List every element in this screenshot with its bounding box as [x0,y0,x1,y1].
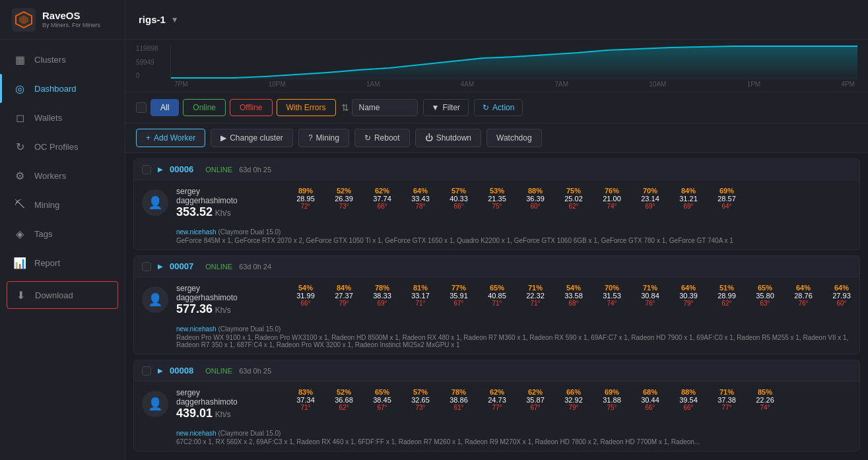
sort-select[interactable]: Name Hashrate Status Uptime [352,99,418,116]
gpu-val: 28.95 [290,195,321,203]
worker-footer: new.nicehash (Claymore Dual 15.0) GeForc… [134,226,859,249]
sidebar-item-dashboard[interactable]: ◎ Dashboard [0,74,125,103]
gpu-temp: 79° [558,404,589,411]
gpu-val: 31.99 [290,292,321,300]
gpu-temp: 79° [328,300,360,307]
sidebar-item-tags[interactable]: ◈ Tags [0,219,125,248]
gpu-temp: 71° [405,300,436,307]
gpu-temp: 73° [328,203,360,210]
hashrate-chart [171,45,857,79]
gpu-pct: 83% [290,388,321,396]
sidebar-item-oc-profiles[interactable]: ↻ OC Profiles [0,132,125,161]
gpu-stat: 51% 28.99 62° [711,284,743,307]
worker-gpus: GeForce 845M x 1, GeForce RTX 2070 x 2, … [176,237,851,244]
worker-pool[interactable]: new.nicehash [176,228,217,236]
gpu-temp: 67° [443,300,475,307]
gpu-stat: 84% 31.21 69° [673,187,704,210]
gpu-stat: 69% 31.88 75° [596,388,628,411]
gpu-stat: 76% 21.00 74° [596,187,628,210]
sidebar-item-mining[interactable]: ⛏ Mining [0,190,125,219]
sidebar-item-workers[interactable]: ⚙ Workers [0,161,125,190]
sidebar-item-clusters[interactable]: ▦ Clusters [0,45,125,74]
reboot-btn[interactable]: ↻ Reboot [354,129,410,147]
gpu-val: 31.88 [596,396,628,404]
gpu-temp: 71° [519,300,551,307]
action-btn[interactable]: ↻ Action [474,99,523,116]
worker-expand-icon[interactable]: ▶ [158,367,163,374]
gpu-temp: 63° [749,300,781,307]
filter-label: Filter [442,103,460,112]
sidebar-item-report[interactable]: 📊 Report [0,248,125,277]
gpu-pct: 88% [673,388,704,396]
gpu-stat: 54% 33.58 68° [558,284,589,307]
watchdog-btn[interactable]: Watchdog [486,129,542,147]
worker-algo: daggerhashimoto [176,196,282,205]
gpu-stats: 83% 37.34 71° 52% 36.68 62° 65% 38.45 67… [290,388,851,411]
filter-online-btn[interactable]: Online [183,99,226,116]
logo-text: RaveOS By Miners. For Miners [42,10,100,29]
gpu-stats: 54% 31.99 66° 84% 27.37 79° 78% 38.33 69… [290,284,851,307]
gpu-stats: 89% 28.95 72° 52% 26.39 73° 62% 37.74 66… [290,187,851,210]
worker-unit: Kh/s [215,306,231,315]
worker-checkbox[interactable] [142,165,151,174]
worker-checkbox[interactable] [142,262,151,271]
filter-all-btn[interactable]: All [150,99,179,116]
gpu-stat: 88% 39.54 66° [673,388,704,411]
worker-card: ▶ 00007 ONLINE 63d 0h 24 👤 sergey dagger… [133,255,860,354]
worker-id[interactable]: 00007 [170,261,193,271]
gpu-temp: 67° [366,404,398,411]
change-cluster-btn[interactable]: ▶ Change cluster [211,129,293,147]
worker-checkbox[interactable] [142,366,151,376]
change-cluster-icon: ▶ [220,133,226,143]
gpu-temp: 71° [290,404,321,411]
gpu-temp: 78° [405,203,436,210]
gpu-pct: 81% [405,284,436,292]
gpu-pct: 78% [443,388,475,396]
rig-dropdown-icon[interactable]: ▼ [171,15,179,24]
gpu-val: 30.39 [673,292,704,300]
gpu-temp: 60° [519,203,551,210]
worker-expand-icon[interactable]: ▶ [158,263,163,270]
worker-id[interactable]: 00008 [170,366,193,376]
sidebar-item-wallets[interactable]: ◻ Wallets [0,103,125,132]
worker-pool[interactable]: new.nicehash [176,430,217,437]
gpu-val: 21.00 [596,195,628,203]
worker-expand-icon[interactable]: ▶ [158,166,163,173]
chart-y-min: 0 [136,72,165,79]
filter-row: All Online Offline With Errors [136,99,336,116]
worker-uptime: 63d 0h 24 [239,263,271,271]
shutdown-btn[interactable]: ⏻ Shutdown [415,129,481,147]
sidebar-item-download[interactable]: ⬇ Download [7,281,118,309]
gpu-stat: 65% 35.80 63° [749,284,781,307]
gpu-stat: 81% 33.17 71° [405,284,436,307]
action-label: Action [492,103,514,112]
gpu-pct: 71% [634,284,666,292]
mining-btn[interactable]: ? Mining [298,129,349,147]
worker-pool[interactable]: new.nicehash [176,325,217,333]
gpu-val: 21.35 [481,195,513,203]
gpu-temp: 61° [443,404,475,411]
worker-id[interactable]: 00006 [170,164,193,174]
gpu-pct: 84% [328,284,360,292]
svg-marker-2 [171,46,857,79]
gpu-pct: 64% [787,284,819,292]
filter-errors-btn[interactable]: With Errors [277,99,336,116]
gpu-temp: 79° [673,300,704,307]
worker-hashrate-wrap: 353.52 Kh/s [176,205,282,219]
worker-avatar: 👤 [142,286,168,313]
add-worker-btn[interactable]: + Add Worker [136,129,205,147]
gpu-temp: 71° [481,300,513,307]
add-worker-label: Add Worker [154,133,195,143]
worker-body: 👤 sergey daggerhashimoto 577.36 Kh/s 54%… [134,277,859,323]
worker-status: ONLINE [205,367,232,375]
gpu-pct: 85% [749,388,781,396]
select-all-checkbox[interactable] [136,102,147,113]
gpu-temp: 73° [405,404,436,411]
filter-offline-btn[interactable]: Offline [230,99,272,116]
time-label-5: 7AM [555,81,569,88]
gpu-val: 30.44 [634,396,666,404]
avatar-icon: 👤 [148,397,162,411]
gpu-val: 30.84 [634,292,666,300]
gpu-val: 35.87 [519,396,551,404]
filter-btn[interactable]: ▼ Filter [423,99,469,116]
